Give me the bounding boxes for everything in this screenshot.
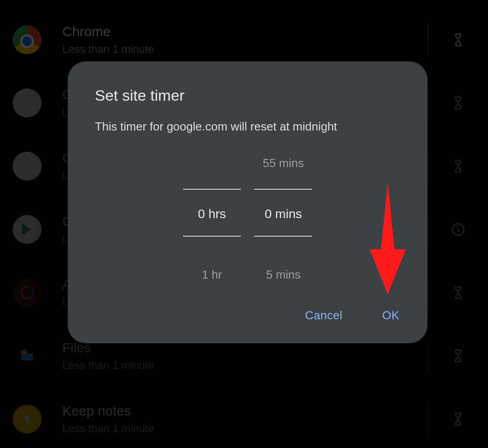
hours-current-value: 0 hrs	[180, 207, 244, 221]
hours-picker[interactable]: 0 hrs 1 hr	[180, 160, 244, 277]
dialog-actions: Cancel OK	[299, 304, 406, 327]
picker-divider	[254, 189, 312, 190]
picker-divider	[183, 189, 241, 190]
minutes-current-value: 0 mins	[252, 207, 315, 221]
time-picker: 0 hrs 1 hr 55 mins 0 mins 5 mins	[68, 160, 427, 277]
set-site-timer-dialog: Set site timer This timer for google.com…	[68, 61, 427, 343]
minutes-picker[interactable]: 55 mins 0 mins 5 mins	[252, 160, 315, 277]
cancel-button[interactable]: Cancel	[299, 304, 349, 327]
minutes-prev-value: 55 mins	[252, 156, 315, 170]
hours-next-value: 1 hr	[180, 268, 244, 282]
dialog-message: This timer for google.com will reset at …	[95, 119, 400, 134]
dialog-title: Set site timer	[95, 87, 400, 104]
ok-button[interactable]: OK	[376, 304, 406, 327]
picker-divider	[254, 236, 312, 237]
picker-divider	[183, 236, 241, 237]
minutes-next-value: 5 mins	[252, 268, 315, 282]
